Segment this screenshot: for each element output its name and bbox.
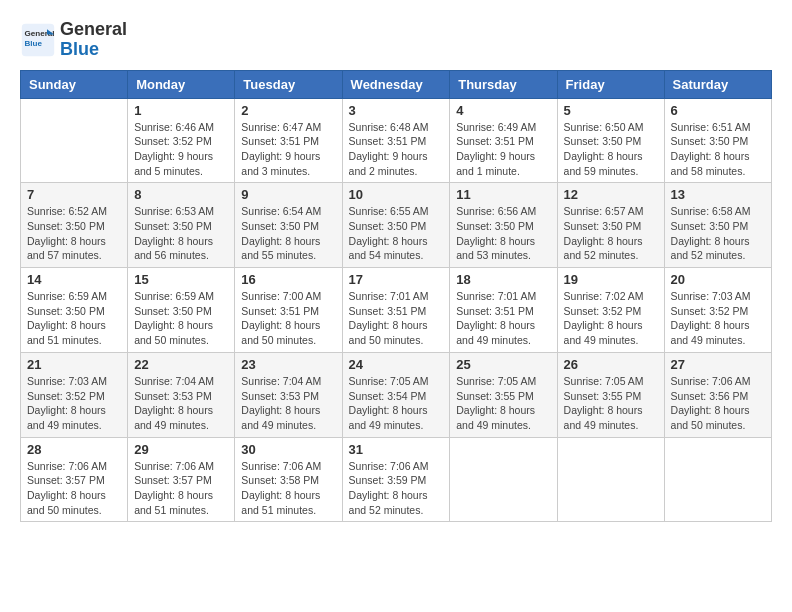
day-info: Sunrise: 6:55 AM Sunset: 3:50 PM Dayligh… [349, 204, 444, 263]
calendar-cell: 2Sunrise: 6:47 AM Sunset: 3:51 PM Daylig… [235, 98, 342, 183]
logo-icon: General Blue [20, 22, 56, 58]
weekday-header-saturday: Saturday [664, 70, 771, 98]
calendar-cell [21, 98, 128, 183]
day-number: 16 [241, 272, 335, 287]
weekday-header-wednesday: Wednesday [342, 70, 450, 98]
calendar-cell: 8Sunrise: 6:53 AM Sunset: 3:50 PM Daylig… [128, 183, 235, 268]
day-number: 14 [27, 272, 121, 287]
week-row-1: 1Sunrise: 6:46 AM Sunset: 3:52 PM Daylig… [21, 98, 772, 183]
calendar-cell: 9Sunrise: 6:54 AM Sunset: 3:50 PM Daylig… [235, 183, 342, 268]
calendar-cell: 15Sunrise: 6:59 AM Sunset: 3:50 PM Dayli… [128, 268, 235, 353]
calendar-cell: 17Sunrise: 7:01 AM Sunset: 3:51 PM Dayli… [342, 268, 450, 353]
day-info: Sunrise: 6:53 AM Sunset: 3:50 PM Dayligh… [134, 204, 228, 263]
calendar-cell: 11Sunrise: 6:56 AM Sunset: 3:50 PM Dayli… [450, 183, 557, 268]
day-number: 18 [456, 272, 550, 287]
calendar-cell: 20Sunrise: 7:03 AM Sunset: 3:52 PM Dayli… [664, 268, 771, 353]
day-number: 24 [349, 357, 444, 372]
day-number: 27 [671, 357, 765, 372]
calendar-cell: 22Sunrise: 7:04 AM Sunset: 3:53 PM Dayli… [128, 352, 235, 437]
day-info: Sunrise: 7:06 AM Sunset: 3:58 PM Dayligh… [241, 459, 335, 518]
calendar-cell: 18Sunrise: 7:01 AM Sunset: 3:51 PM Dayli… [450, 268, 557, 353]
day-info: Sunrise: 7:03 AM Sunset: 3:52 PM Dayligh… [671, 289, 765, 348]
day-info: Sunrise: 7:06 AM Sunset: 3:59 PM Dayligh… [349, 459, 444, 518]
day-number: 10 [349, 187, 444, 202]
day-info: Sunrise: 6:57 AM Sunset: 3:50 PM Dayligh… [564, 204, 658, 263]
weekday-header-friday: Friday [557, 70, 664, 98]
calendar-cell: 16Sunrise: 7:00 AM Sunset: 3:51 PM Dayli… [235, 268, 342, 353]
calendar-cell: 1Sunrise: 6:46 AM Sunset: 3:52 PM Daylig… [128, 98, 235, 183]
calendar-cell: 29Sunrise: 7:06 AM Sunset: 3:57 PM Dayli… [128, 437, 235, 522]
day-number: 2 [241, 103, 335, 118]
day-number: 23 [241, 357, 335, 372]
calendar-cell: 12Sunrise: 6:57 AM Sunset: 3:50 PM Dayli… [557, 183, 664, 268]
day-info: Sunrise: 7:05 AM Sunset: 3:54 PM Dayligh… [349, 374, 444, 433]
day-info: Sunrise: 7:05 AM Sunset: 3:55 PM Dayligh… [564, 374, 658, 433]
day-number: 9 [241, 187, 335, 202]
calendar-cell [664, 437, 771, 522]
day-info: Sunrise: 6:52 AM Sunset: 3:50 PM Dayligh… [27, 204, 121, 263]
day-number: 3 [349, 103, 444, 118]
day-info: Sunrise: 7:05 AM Sunset: 3:55 PM Dayligh… [456, 374, 550, 433]
day-info: Sunrise: 6:48 AM Sunset: 3:51 PM Dayligh… [349, 120, 444, 179]
weekday-header-monday: Monday [128, 70, 235, 98]
day-info: Sunrise: 6:49 AM Sunset: 3:51 PM Dayligh… [456, 120, 550, 179]
day-number: 1 [134, 103, 228, 118]
week-row-3: 14Sunrise: 6:59 AM Sunset: 3:50 PM Dayli… [21, 268, 772, 353]
calendar-cell: 19Sunrise: 7:02 AM Sunset: 3:52 PM Dayli… [557, 268, 664, 353]
day-info: Sunrise: 6:47 AM Sunset: 3:51 PM Dayligh… [241, 120, 335, 179]
logo-text-blue: Blue [60, 40, 127, 60]
calendar-cell: 10Sunrise: 6:55 AM Sunset: 3:50 PM Dayli… [342, 183, 450, 268]
day-number: 7 [27, 187, 121, 202]
calendar-cell [450, 437, 557, 522]
day-number: 21 [27, 357, 121, 372]
day-info: Sunrise: 7:00 AM Sunset: 3:51 PM Dayligh… [241, 289, 335, 348]
day-info: Sunrise: 6:59 AM Sunset: 3:50 PM Dayligh… [134, 289, 228, 348]
calendar-cell: 28Sunrise: 7:06 AM Sunset: 3:57 PM Dayli… [21, 437, 128, 522]
day-number: 25 [456, 357, 550, 372]
day-info: Sunrise: 6:59 AM Sunset: 3:50 PM Dayligh… [27, 289, 121, 348]
page-header: General Blue General Blue [20, 20, 772, 60]
day-number: 5 [564, 103, 658, 118]
weekday-header-row: SundayMondayTuesdayWednesdayThursdayFrid… [21, 70, 772, 98]
weekday-header-sunday: Sunday [21, 70, 128, 98]
day-number: 15 [134, 272, 228, 287]
calendar-cell: 26Sunrise: 7:05 AM Sunset: 3:55 PM Dayli… [557, 352, 664, 437]
day-info: Sunrise: 7:06 AM Sunset: 3:57 PM Dayligh… [134, 459, 228, 518]
day-number: 22 [134, 357, 228, 372]
day-info: Sunrise: 6:58 AM Sunset: 3:50 PM Dayligh… [671, 204, 765, 263]
day-number: 30 [241, 442, 335, 457]
day-info: Sunrise: 7:03 AM Sunset: 3:52 PM Dayligh… [27, 374, 121, 433]
calendar-cell: 25Sunrise: 7:05 AM Sunset: 3:55 PM Dayli… [450, 352, 557, 437]
logo: General Blue General Blue [20, 20, 127, 60]
day-info: Sunrise: 6:56 AM Sunset: 3:50 PM Dayligh… [456, 204, 550, 263]
week-row-2: 7Sunrise: 6:52 AM Sunset: 3:50 PM Daylig… [21, 183, 772, 268]
calendar-cell: 21Sunrise: 7:03 AM Sunset: 3:52 PM Dayli… [21, 352, 128, 437]
day-number: 20 [671, 272, 765, 287]
day-info: Sunrise: 7:01 AM Sunset: 3:51 PM Dayligh… [456, 289, 550, 348]
logo-text-general: General [60, 20, 127, 40]
day-number: 12 [564, 187, 658, 202]
day-number: 8 [134, 187, 228, 202]
day-info: Sunrise: 6:46 AM Sunset: 3:52 PM Dayligh… [134, 120, 228, 179]
day-number: 11 [456, 187, 550, 202]
day-info: Sunrise: 7:06 AM Sunset: 3:57 PM Dayligh… [27, 459, 121, 518]
calendar-cell: 30Sunrise: 7:06 AM Sunset: 3:58 PM Dayli… [235, 437, 342, 522]
day-number: 17 [349, 272, 444, 287]
day-number: 26 [564, 357, 658, 372]
day-info: Sunrise: 7:01 AM Sunset: 3:51 PM Dayligh… [349, 289, 444, 348]
svg-text:Blue: Blue [25, 39, 43, 48]
calendar-cell: 4Sunrise: 6:49 AM Sunset: 3:51 PM Daylig… [450, 98, 557, 183]
day-info: Sunrise: 6:51 AM Sunset: 3:50 PM Dayligh… [671, 120, 765, 179]
day-info: Sunrise: 7:04 AM Sunset: 3:53 PM Dayligh… [134, 374, 228, 433]
weekday-header-tuesday: Tuesday [235, 70, 342, 98]
day-number: 4 [456, 103, 550, 118]
calendar-cell: 24Sunrise: 7:05 AM Sunset: 3:54 PM Dayli… [342, 352, 450, 437]
calendar-table: SundayMondayTuesdayWednesdayThursdayFrid… [20, 70, 772, 523]
day-number: 6 [671, 103, 765, 118]
week-row-4: 21Sunrise: 7:03 AM Sunset: 3:52 PM Dayli… [21, 352, 772, 437]
calendar-cell: 5Sunrise: 6:50 AM Sunset: 3:50 PM Daylig… [557, 98, 664, 183]
day-number: 28 [27, 442, 121, 457]
calendar-cell: 14Sunrise: 6:59 AM Sunset: 3:50 PM Dayli… [21, 268, 128, 353]
week-row-5: 28Sunrise: 7:06 AM Sunset: 3:57 PM Dayli… [21, 437, 772, 522]
weekday-header-thursday: Thursday [450, 70, 557, 98]
